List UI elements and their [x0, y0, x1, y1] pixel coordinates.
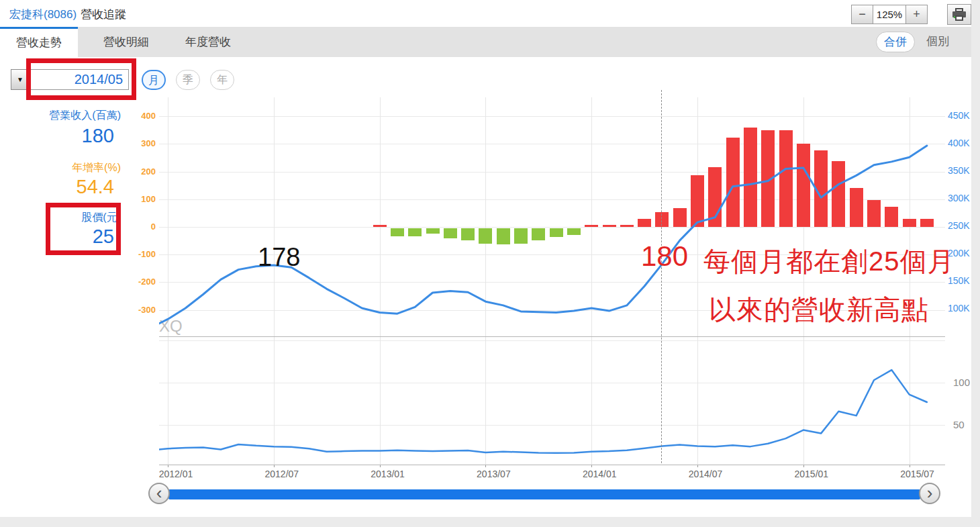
period-quarter-button[interactable]: 季	[176, 70, 200, 90]
left-axis-tick-label: -100	[124, 249, 156, 259]
x-axis-label: 2014/07	[679, 469, 732, 479]
x-axis-label: 2015/07	[891, 469, 944, 479]
left-axis-tick-label: 300	[124, 138, 156, 148]
annotation-note-line1: 每個月都在創25個月	[703, 243, 955, 280]
x-axis-label: 2012/01	[149, 469, 203, 479]
yoy-value: 54.4	[7, 176, 114, 198]
period-month-button[interactable]: 月	[142, 70, 166, 90]
tab-revenue-detail[interactable]: 營收明細	[87, 27, 165, 57]
line-series	[159, 339, 945, 467]
left-axis-tick-label: 400	[124, 111, 156, 121]
dropdown-arrow-icon: ▼	[17, 76, 23, 83]
page-title-suffix: 營收追蹤	[81, 8, 126, 21]
selected-month-dashed-line	[661, 90, 662, 463]
toggle-consolidated[interactable]: 合併	[876, 32, 915, 52]
x-axis-label: 2014/01	[573, 469, 626, 479]
scrollbar-left-button[interactable]: ‹	[148, 483, 170, 504]
printer-icon	[952, 8, 966, 21]
left-axis-tick-label: -200	[124, 277, 156, 287]
zoom-level: 125%	[873, 5, 905, 24]
stock-name: 宏捷科(8086)	[9, 8, 77, 21]
left-axis-tick-label: 200	[124, 166, 156, 177]
page-title: 宏捷科(8086)營收追蹤	[9, 7, 126, 22]
annotation-note-line2: 以來的營收新高點	[709, 291, 929, 328]
highlight-rect-price	[46, 203, 121, 255]
zoom-in-button[interactable]: +	[905, 5, 928, 24]
zoom-out-button[interactable]: −	[851, 5, 873, 24]
x-axis-label: 2012/07	[255, 469, 309, 479]
tab-annual-revenue[interactable]: 年度營收	[169, 27, 247, 57]
print-button[interactable]	[947, 4, 971, 25]
scrollbar-right-button[interactable]: ›	[919, 483, 940, 504]
title-bar: 宏捷科(8086)營收追蹤	[0, 0, 971, 27]
revenue-tracking-window: 宏捷科(8086)營收追蹤 − 125% + 營收走勢 營收明細 年度營收 合併…	[0, 0, 980, 527]
annotation-peak-2012: 178	[258, 243, 300, 272]
x-axis-label: 2013/01	[361, 469, 415, 479]
tab-revenue-trend[interactable]: 營收走勢	[0, 27, 78, 57]
period-year-button[interactable]: 年	[210, 70, 234, 90]
highlight-rect-date	[26, 58, 136, 100]
left-axis-tick-label: -300	[124, 305, 156, 315]
tab-bar: 營收走勢 營收明細 年度營收 合併 個別	[0, 27, 971, 57]
page-bottom-gutter	[0, 517, 980, 527]
page-right-gutter	[971, 0, 980, 527]
left-axis-tick-label: 100	[124, 194, 156, 204]
x-axis-label: 2015/01	[785, 469, 838, 479]
toggle-individual[interactable]: 個別	[926, 34, 949, 49]
x-axis-label: 2013/07	[467, 469, 520, 479]
yoy-label: 年增率(%)	[7, 161, 121, 175]
left-axis-tick-label: 0	[124, 222, 156, 232]
revenue-value: 180	[7, 125, 114, 147]
annotation-current-revenue: 180	[641, 240, 688, 273]
revenue-label: 營業收入(百萬)	[7, 109, 121, 123]
scrollbar-thumb[interactable]	[168, 489, 920, 499]
